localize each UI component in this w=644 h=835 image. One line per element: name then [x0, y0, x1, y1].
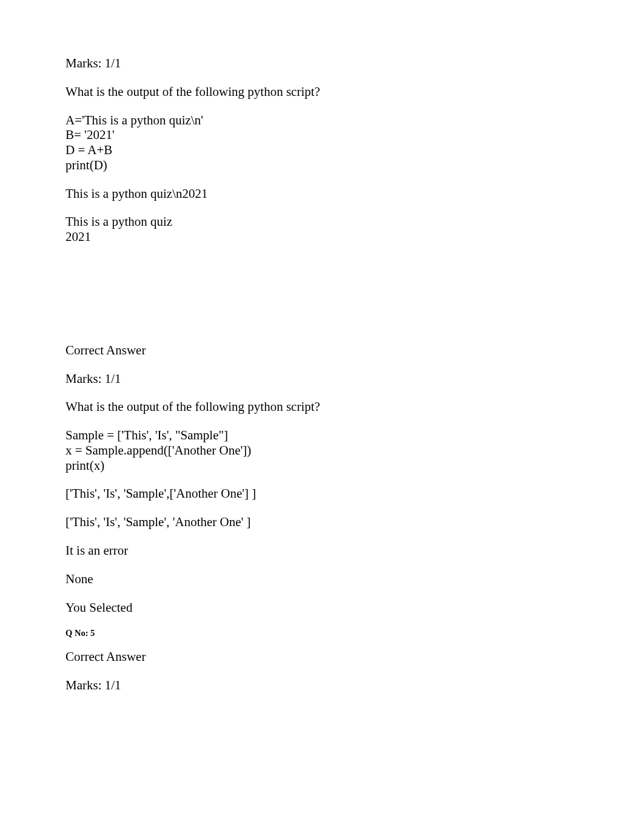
code-snippet: A='This is a python quiz\n' B= '2021' D … [65, 113, 644, 173]
question-number: Q No: 5 [65, 628, 644, 638]
code-line: x = Sample.append(['Another One']) [65, 443, 644, 458]
spacer [65, 258, 644, 343]
question-prompt: What is the output of the following pyth… [65, 84, 644, 100]
option-line: This is a python quiz [65, 214, 644, 229]
marks-label: Marks: 1/1 [65, 371, 644, 387]
answer-option: It is an error [65, 543, 644, 558]
code-line: B= '2021' [65, 127, 644, 143]
code-line: A='This is a python quiz\n' [65, 113, 644, 128]
option-line: 2021 [65, 229, 644, 245]
code-line: print(D) [65, 158, 644, 173]
code-line: D = A+B [65, 143, 644, 158]
marks-label: Marks: 1/1 [65, 678, 644, 693]
marks-label: Marks: 1/1 [65, 56, 644, 71]
code-line: Sample = ['This', 'Is', "Sample"] [65, 428, 644, 443]
you-selected-label: You Selected [65, 600, 644, 615]
correct-answer-label: Correct Answer [65, 649, 644, 664]
code-line: print(x) [65, 458, 644, 473]
answer-option: ['This', 'Is', 'Sample',['Another One'] … [65, 486, 644, 501]
answer-option: ['This', 'Is', 'Sample', 'Another One' ] [65, 515, 644, 530]
answer-option: None [65, 572, 644, 587]
code-snippet: Sample = ['This', 'Is', "Sample"] x = Sa… [65, 428, 644, 473]
question-prompt: What is the output of the following pyth… [65, 399, 644, 414]
answer-option: This is a python quiz\n2021 [65, 186, 644, 201]
correct-answer-label: Correct Answer [65, 343, 644, 358]
answer-option: This is a python quiz 2021 [65, 214, 644, 245]
